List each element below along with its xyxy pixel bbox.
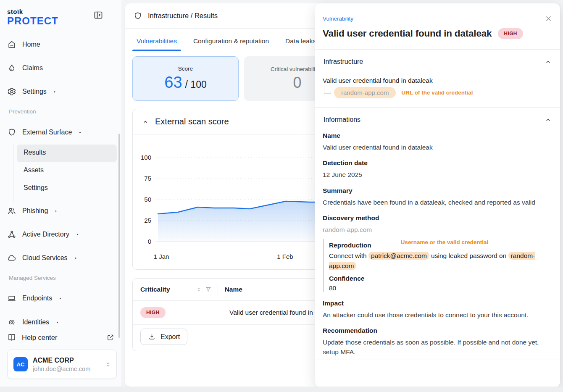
field-value: An attacker could use those credentials … [323,310,552,320]
filter-funnel-icon[interactable] [205,286,212,293]
book-icon [7,333,16,342]
field-recommendation: Recommendation Update those credentials … [323,327,552,357]
sidebar-item-settings[interactable]: Settings [7,86,57,97]
chevron-up-icon[interactable] [545,116,552,124]
infrastructure-root-node: Valid user credential found in dataleak [323,77,552,84]
score-card: Score 63 / 100 [132,56,239,101]
reproduction-text: Connect with patrick@acme.com using leak… [329,251,552,271]
sidebar-scrollbar[interactable] [118,134,120,338]
caret-right-icon [58,296,63,301]
chevron-up-icon[interactable] [545,58,552,66]
people-icon [7,206,16,216]
sidebar-item-cloud-services[interactable]: Cloud Services [7,253,78,263]
breadcrumb: Infrastructure / Results [148,12,218,20]
caret-down-icon [78,130,82,135]
column-divider [218,284,218,295]
asset-annotation: URL of the valid credential [401,89,473,96]
download-icon [148,333,156,341]
sidebar-item-identities[interactable]: Identities [7,317,60,328]
sidebar-item-endpoints[interactable]: Endpoints [7,293,63,304]
chevron-up-icon[interactable] [142,118,149,125]
sidebar-subitem-settings[interactable]: Settings [24,184,48,192]
panel-kicker-link[interactable]: Vulnerability [323,16,353,22]
infrastructure-tree-row: random-app.com URL of the valid credenti… [323,85,552,100]
selector-chevrons-icon [105,361,111,368]
home-icon [7,40,16,49]
svg-text:0: 0 [148,238,151,245]
sidebar-item-label: Cloud Services [22,254,68,262]
fingerprint-icon [7,318,16,327]
sidebar-item-label: Active Directory [22,231,69,238]
sidebar-item-label: Endpoints [22,295,52,302]
user-org-name: ACME CORP [33,357,90,364]
divider [315,360,560,360]
field-value: 12 June 2025 [323,170,552,179]
field-label: Name [323,132,552,139]
tab-vulnerabilities[interactable]: Vulnerabilities [132,35,181,51]
shield-icon [133,11,142,21]
field-summary: Summary Credentials have been found in a… [323,187,552,207]
user-email: john.doe@acme.com [33,366,90,372]
svg-text:75: 75 [144,175,151,182]
section-infrastructure-header: Infrastructure [323,50,552,66]
score-card-value: 63 / 100 [164,74,206,92]
credential-username-highlight: patrick@acme.com [368,252,429,260]
section-informations-header: Informations [323,108,552,124]
sort-icon[interactable] [196,287,202,292]
sidebar-item-label: Settings [22,88,47,95]
tree-connector [324,85,331,94]
export-label: Export [160,333,180,341]
score-card-suffix: / 100 [185,79,207,90]
field-value: Update those credentials as soon as poss… [323,338,552,357]
network-nodes-icon [7,230,16,239]
sidebar-section-prevention: Prevention [9,108,36,115]
sidebar-footer: Help center AC ACME CORP john.doe@acme.c… [0,328,121,392]
svg-text:25: 25 [144,217,151,224]
app-screen: stoïk PROTECT Home Claims Settings Preve… [0,0,563,392]
close-icon[interactable] [545,15,552,23]
field-value: Credentials have been found in a datalea… [323,198,552,207]
section-title: Infrastructure [324,58,363,66]
field-value: random-app.com [323,225,552,234]
sidebar-item-home[interactable]: Home [7,39,40,50]
shield-icon [7,128,16,137]
field-discovery-method: Discovery method random-app.com [323,214,552,234]
caret-right-icon [74,256,78,260]
sidebar-item-label: Identities [22,318,49,326]
app-logo: stoïk PROTECT [7,8,58,26]
chart-title: External scan score [155,117,229,126]
confidence-label: Confidence [329,275,552,282]
logo-wordmark-main: PROTECT [7,16,58,26]
score-card-label: Score [178,66,193,72]
field-detection-date: Detection date 12 June 2025 [323,159,552,179]
tab-data-leaks[interactable]: Data leaks [281,35,320,51]
field-name: Name Valid user credential found in data… [323,132,552,152]
sidebar-item-claims[interactable]: Claims [7,63,43,74]
export-button[interactable]: Export [140,329,187,345]
sidebar-item-help-center[interactable]: Help center [7,333,114,342]
vulnerability-detail-panel: Vulnerability Valid user credential foun… [315,3,560,387]
reproduction-annotation: Username or the valid credential [401,239,489,245]
flame-icon [7,63,16,73]
field-label: Discovery method [323,214,552,222]
severity-badge: HIGH [498,28,523,39]
confidence-value: 80 [329,284,552,292]
laptop-icon [7,294,16,303]
svg-text:50: 50 [144,196,151,203]
sidebar-item-label: Home [22,41,40,48]
sidebar-item-label: External Surface [22,129,72,136]
infrastructure-asset-pill[interactable]: random-app.com [334,87,396,98]
sidebar-item-external-surface[interactable]: External Surface [7,127,82,138]
user-account-switcher[interactable]: AC ACME CORP john.doe@acme.com [7,350,117,379]
field-label: Recommendation [323,327,552,334]
subnav-guide-line [13,145,13,202]
caret-right-icon [75,232,80,237]
sidebar-item-active-directory[interactable]: Active Directory [7,229,80,240]
sidebar-item-phishing[interactable]: Phishing [7,205,58,216]
sidebar-subitem-assets[interactable]: Assets [24,166,44,174]
section-title: Informations [324,116,360,124]
sidebar-section-managed-services: Managed Services [9,275,56,281]
sidebar-subitem-results[interactable]: Results [24,149,46,156]
tab-configuration-reputation[interactable]: Configuration & reputation [189,35,273,51]
sidebar-collapse-icon[interactable] [93,10,103,20]
